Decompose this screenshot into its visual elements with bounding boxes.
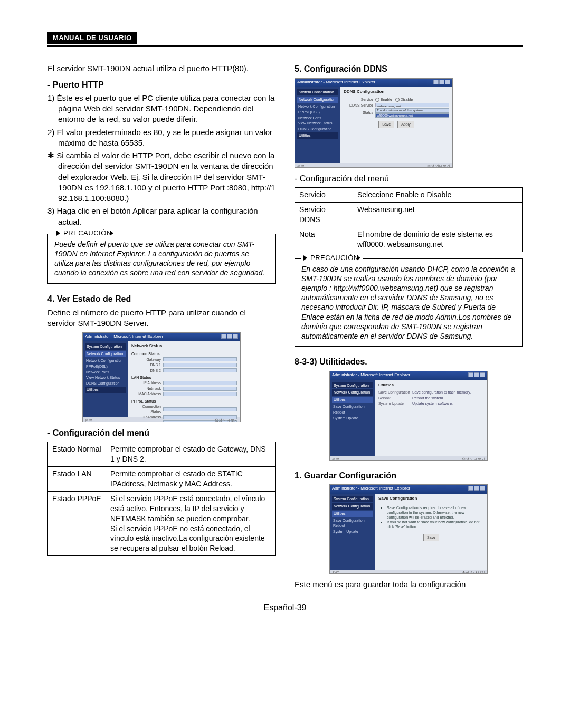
close-icon [480,372,485,377]
ss-status: 속성 안내보기 [462,457,485,461]
precaution-text-2: En caso de una configuración usando DHCP… [301,265,515,340]
precaution-text-1: Puede definir el puerto que se utiliza p… [54,240,264,277]
http-port-heading: - Puerto HTTP [48,79,276,91]
ss-label: Gateway [131,357,163,362]
page-footer: Español-39 [48,603,522,612]
ss-item: PPPoE(DSL) [297,110,338,115]
ss-field [163,392,237,396]
table-cell: Seleccione Enable o Disable [353,188,522,203]
section-4-heading: 4. Ver Estado de Red [48,293,276,305]
save-config-body: Este menú es para guardar toda la config… [294,579,522,590]
save-config-screenshot: Administrator - Microsoft Internet Explo… [329,484,488,574]
ss-group: PPPoE Status [131,399,237,404]
table-cell: Servicio DDNS [295,203,353,227]
ss-item: Network Ports [297,116,338,121]
ss-val: Update system software. [412,401,484,406]
table-cell: Servicio [295,188,353,203]
table-cell: Estado PPPoE [48,491,106,555]
ss-label: Netmask [131,386,163,391]
radio-icon [395,98,400,102]
ss-title: Administrator - Microsoft Internet Explo… [85,334,163,341]
table-cell: Websamsung.net [353,203,522,227]
ss-field [163,357,237,361]
precaution-box-2: PRECAUCIÓN En caso de una configuración … [294,258,522,347]
ss-item: System Update [332,529,373,534]
ss-side-util: Utilities [332,397,373,403]
ss-side-net: Network Configuration [297,97,338,103]
ss-title: Administrator - Microsoft Internet Explo… [332,372,410,379]
ss-item: Save Configuration [332,518,373,523]
minimize-icon [468,372,473,377]
ss-label: IP Address [131,380,163,385]
maximize-icon [227,334,232,339]
ss-label: IP Address [131,415,163,419]
http-item-star: ✱ Si cambia el valor de HTTP Port, debe … [48,150,276,204]
ss-key: Reboot [378,396,412,400]
ss-save-button: Save [423,534,439,541]
precaution-box-1: PRECAUCIÓN Puede definir el puerto que s… [48,234,276,284]
http-port-list: 1) Éste es el puerto que el PC cliente u… [48,93,276,227]
table-cell: Estado Normal [48,442,106,467]
ss-item: DDNS Configuration [297,127,338,132]
ss-title: Administrator - Microsoft Internet Explo… [332,486,410,493]
ss-main-title: Network Status [131,343,237,349]
menu-config-heading-right: Configuración del menú [294,173,522,185]
ss-main-title: Utilities [378,382,484,388]
ss-status-line: The domain name of this system [375,108,449,113]
ss-item: Network Configuration [297,104,338,109]
ss-apply-button: Apply [397,121,414,128]
network-status-screenshot: Administrator - Microsoft Internet Explo… [82,332,241,422]
http-item-2: 2) El valor predeterminado es 80, y se l… [48,127,276,149]
menu-config-heading-left: Configuración del menú [48,427,276,439]
network-status-table: Estado NormalPermite comprobar el estado… [48,442,276,556]
precaution-label-1: PRECAUCIÓN [54,229,116,238]
ss-field: websamsung.net [375,103,449,107]
table-cell: Permite comprobar el estado de Gateway, … [106,442,276,467]
ss-group: Common Status [131,351,237,356]
maximize-icon [474,486,479,491]
ss-label: DNS 1 [131,362,163,367]
ss-status: 속성 안내보기 [462,570,485,574]
ss-label: DNS 2 [131,368,163,373]
ss-field [163,368,237,372]
ss-item: Network Configuration [85,358,126,363]
radio-icon [375,98,379,102]
close-icon [233,334,238,339]
ss-item: Reboot [332,410,373,415]
table-cell: Si el servicio PPPoE está conectado, el … [106,491,276,555]
minimize-icon [433,80,439,84]
manual-label: MANUAL DE USUARIO [48,32,137,44]
ss-side-net: Network Configuration [85,351,126,357]
maximize-icon [474,372,479,377]
ss-item: View Network Status [85,375,126,380]
ss-side-util: Utilities [297,132,338,139]
ss-field [163,363,237,367]
table-cell: Nota [295,227,353,252]
table-cell: El nombre de dominio de este sistema es … [353,227,522,252]
ss-status: 속성 안내보기 [427,164,450,167]
ss-radio-label: Disable [401,98,413,101]
ss-title: Administrator - Microsoft Internet Explo… [297,80,375,87]
ss-field [163,407,237,411]
ss-item: Reboot [332,523,373,529]
ss-field [163,387,237,391]
table-cell: Permite comprobar el estado de STATIC IP… [106,467,276,492]
left-column: El servidor SMT-190DN actual utiliza el … [48,63,276,590]
ss-side-sys: System Configuration [332,382,373,389]
ss-label: MAC Address [131,391,163,396]
ss-val: Reboot the system. [412,396,484,400]
ss-side-net: Network Configuration [332,389,373,396]
ss-item: Network Ports [85,370,126,375]
ss-side-net: Network Configuration [332,503,373,510]
ss-main-title: DDNS Configuration [344,89,449,95]
http-item-3: 3) Haga clic en el botón Aplicar para ap… [48,206,276,227]
ss-label: Status [344,110,375,115]
ss-key: System Update [378,401,412,406]
ss-item: PPPoE(DSL) [85,364,126,369]
ss-status: 속성 안내보기 [215,418,238,422]
close-icon [480,486,485,491]
close-icon [445,80,450,84]
ss-main-title: Save Configuration [378,496,484,502]
ss-status-line: wff0000.websamsung.net [375,113,449,118]
ss-item: System Update [332,416,373,421]
